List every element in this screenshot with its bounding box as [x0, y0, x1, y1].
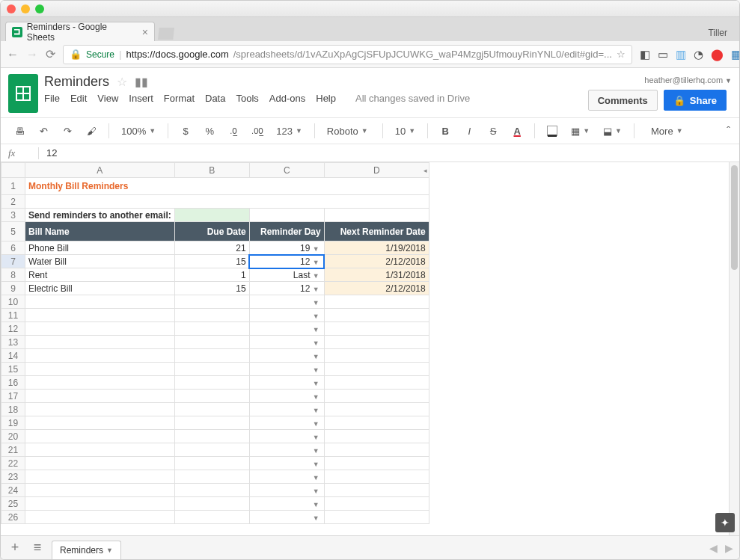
- cell-due-date[interactable]: 1: [174, 268, 249, 282]
- number-format-select[interactable]: 123▼: [272, 126, 307, 137]
- cell[interactable]: ▼: [249, 484, 324, 497]
- dropdown-arrow-icon[interactable]: ▼: [313, 461, 321, 468]
- row-header[interactable]: 5: [1, 222, 25, 241]
- redo-icon[interactable]: ↷: [58, 121, 77, 141]
- window-zoom-button[interactable]: [35, 4, 44, 13]
- row-header[interactable]: 8: [1, 268, 25, 282]
- menu-data[interactable]: Data: [205, 93, 225, 104]
- row-header[interactable]: 26: [1, 511, 25, 524]
- cell[interactable]: [25, 363, 175, 376]
- cell[interactable]: ▼: [249, 376, 324, 390]
- cell-bill-name[interactable]: Electric Bill: [25, 282, 175, 295]
- row-header[interactable]: 16: [1, 376, 25, 390]
- row-header[interactable]: 6: [1, 241, 25, 255]
- dropdown-arrow-icon[interactable]: ▼: [313, 447, 321, 455]
- select-all-corner[interactable]: [1, 163, 25, 178]
- cell[interactable]: ▼: [249, 470, 324, 484]
- comments-button[interactable]: Comments: [588, 90, 658, 111]
- col-header-b[interactable]: B: [174, 163, 249, 178]
- cell[interactable]: [25, 403, 175, 416]
- cell[interactable]: [174, 403, 249, 416]
- browser-profile-label[interactable]: Tiller: [708, 28, 735, 41]
- menu-insert[interactable]: Insert: [129, 93, 153, 104]
- menu-file[interactable]: File: [44, 93, 60, 104]
- cell[interactable]: [25, 390, 175, 403]
- strike-button[interactable]: S: [483, 121, 503, 141]
- dropdown-arrow-icon[interactable]: ▼: [313, 474, 321, 481]
- cell[interactable]: [25, 511, 175, 524]
- dropdown-arrow-icon[interactable]: ▼: [313, 407, 321, 414]
- row-header[interactable]: 14: [1, 349, 25, 363]
- scrollbar-thumb[interactable]: [731, 165, 738, 270]
- cell-next-date[interactable]: 1/19/2018: [324, 241, 429, 255]
- header-reminder-day[interactable]: Reminder Day: [249, 222, 324, 241]
- subtitle-cell[interactable]: Send reminders to another email:: [25, 209, 175, 222]
- row-header[interactable]: 19: [1, 416, 25, 430]
- email-input-cell[interactable]: [174, 209, 249, 222]
- cell[interactable]: [324, 376, 429, 390]
- row-header[interactable]: 23: [1, 470, 25, 484]
- cell[interactable]: [25, 484, 175, 497]
- row-header[interactable]: 7: [1, 255, 25, 268]
- window-close-button[interactable]: [7, 4, 16, 13]
- cell[interactable]: ▼: [249, 511, 324, 524]
- header-next-date[interactable]: Next Reminder Date: [324, 222, 429, 241]
- cell[interactable]: ▼: [249, 443, 324, 457]
- cell[interactable]: ▼: [249, 390, 324, 403]
- row-header[interactable]: 22: [1, 457, 25, 470]
- cell[interactable]: [324, 336, 429, 349]
- cell[interactable]: [25, 443, 175, 457]
- dropdown-arrow-icon[interactable]: ▼: [313, 514, 321, 522]
- dropdown-arrow-icon[interactable]: ▼: [313, 393, 321, 401]
- dropdown-arrow-icon[interactable]: ▼: [313, 501, 321, 508]
- dropdown-arrow-icon[interactable]: ▼: [313, 259, 321, 266]
- cell-reminder-day[interactable]: 12 ▼: [249, 255, 324, 268]
- ext-icon-5[interactable]: ⬤: [711, 48, 724, 61]
- dropdown-arrow-icon[interactable]: ▼: [313, 286, 321, 293]
- cell[interactable]: [25, 430, 175, 443]
- dropdown-arrow-icon[interactable]: ▼: [313, 326, 321, 333]
- cell[interactable]: [324, 309, 429, 322]
- cell[interactable]: [324, 363, 429, 376]
- currency-format-button[interactable]: $: [176, 121, 195, 141]
- sheet-tab-reminders[interactable]: Reminders▼: [52, 541, 121, 560]
- cell[interactable]: [174, 511, 249, 524]
- cell[interactable]: [174, 363, 249, 376]
- menu-help[interactable]: Help: [316, 93, 336, 104]
- bold-button[interactable]: B: [435, 121, 455, 141]
- undo-icon[interactable]: ↶: [34, 121, 53, 141]
- cell[interactable]: [25, 470, 175, 484]
- row-header[interactable]: 18: [1, 403, 25, 416]
- print-icon[interactable]: 🖶: [10, 121, 29, 141]
- row-header[interactable]: 20: [1, 430, 25, 443]
- menu-view[interactable]: View: [97, 93, 118, 104]
- cell[interactable]: [324, 430, 429, 443]
- cell[interactable]: [25, 295, 175, 309]
- address-bar[interactable]: 🔒 Secure | https://docs.google.com/sprea…: [63, 45, 632, 64]
- nav-reload-button[interactable]: ⟳: [46, 47, 55, 61]
- row-header[interactable]: 1: [1, 178, 25, 195]
- cell[interactable]: [25, 349, 175, 363]
- cell-reminder-day[interactable]: Last ▼: [249, 268, 324, 282]
- ext-icon-2[interactable]: ▭: [658, 48, 668, 61]
- dropdown-arrow-icon[interactable]: ▼: [313, 487, 321, 495]
- percent-format-button[interactable]: %: [200, 121, 219, 141]
- borders-button[interactable]: ▦▼: [566, 126, 594, 137]
- fill-color-button[interactable]: [542, 121, 562, 141]
- cell[interactable]: [324, 497, 429, 511]
- cell[interactable]: ▼: [249, 309, 324, 322]
- merge-button[interactable]: ⬓▼: [599, 126, 626, 137]
- dropdown-arrow-icon[interactable]: ▼: [313, 380, 321, 387]
- header-bill-name[interactable]: Bill Name: [25, 222, 175, 241]
- sheet-nav-left-icon[interactable]: ◀: [709, 542, 718, 554]
- cell[interactable]: [324, 470, 429, 484]
- nav-back-button[interactable]: ←: [7, 48, 19, 61]
- cell[interactable]: ▼: [249, 457, 324, 470]
- cell[interactable]: [324, 484, 429, 497]
- sheet-title[interactable]: Monthly Bill Reminders: [25, 178, 429, 195]
- cell-due-date[interactable]: 15: [174, 255, 249, 268]
- cell[interactable]: ▼: [249, 322, 324, 336]
- cell[interactable]: [324, 403, 429, 416]
- toolbar-more[interactable]: More▼: [646, 126, 688, 137]
- move-folder-icon[interactable]: ▮▮: [135, 75, 148, 89]
